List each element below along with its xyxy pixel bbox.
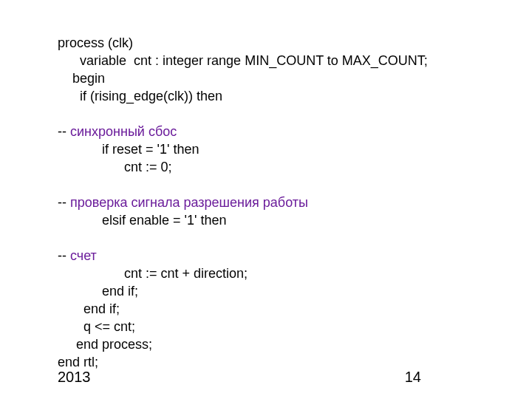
code-line: process (clk) xyxy=(58,35,133,50)
code-line: cnt := 0; xyxy=(58,160,172,174)
code-line: elsif enable = '1' then xyxy=(58,213,227,228)
code-line: q <= cnt; xyxy=(58,319,135,334)
comment-text: счет xyxy=(70,248,97,263)
code-line: if reset = '1' then xyxy=(58,142,199,157)
comment-dashes: -- xyxy=(58,248,70,263)
footer-year: 2013 xyxy=(58,369,91,386)
comment-dashes: -- xyxy=(58,195,70,210)
code-line: cnt := cnt + direction; xyxy=(58,266,248,281)
code-block: process (clk) variable cnt : integer ran… xyxy=(58,16,502,371)
comment-dashes: -- xyxy=(58,124,70,139)
code-line: begin xyxy=(58,71,105,86)
code-line: end process; xyxy=(58,337,152,352)
comment-text: проверка сигнала разрешения работы xyxy=(70,195,308,210)
code-line: end if; xyxy=(58,284,138,299)
footer-page-number: 14 xyxy=(405,369,421,386)
code-line: if (rising_edge(clk)) then xyxy=(58,89,222,103)
slide: process (clk) variable cnt : integer ran… xyxy=(0,0,532,399)
code-line: end if; xyxy=(58,301,120,316)
code-line: end rtl; xyxy=(58,355,98,369)
code-line: variable cnt : integer range MIN_COUNT t… xyxy=(58,53,428,68)
comment-text: синхронный сбос xyxy=(70,124,177,139)
